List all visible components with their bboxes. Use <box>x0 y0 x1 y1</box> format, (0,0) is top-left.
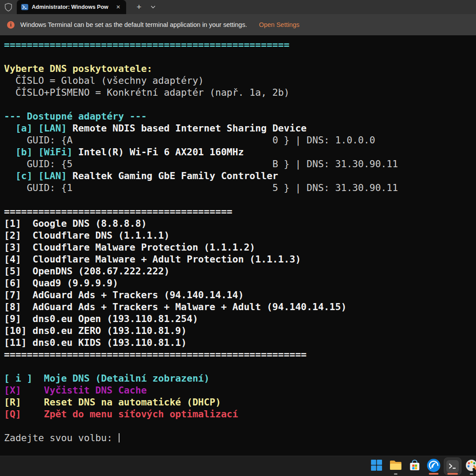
open-settings-link[interactable]: Open Settings <box>259 21 300 28</box>
terminal-line: [2] Cloudflare DNS (1.1.1.1) <box>4 229 476 241</box>
terminal-icon <box>446 460 459 472</box>
powershell-icon <box>21 4 28 11</box>
taskbar <box>0 456 476 476</box>
terminal-tab[interactable]: Administrator: Windows Pow ✕ <box>17 0 126 14</box>
file-explorer-button[interactable] <box>386 456 405 476</box>
terminal-line: [c] [LAN] Realtek Gaming GbE Family Cont… <box>4 170 476 182</box>
terminal-line: [5] OpenDNS (208.67.222.222) <box>4 265 476 277</box>
terminal-line: ========================================… <box>4 349 476 360</box>
start-button[interactable] <box>367 456 386 476</box>
terminal-line: [X] Vyčistit DNS Cache <box>4 384 476 396</box>
desktop: Administrator: Windows Pow ✕ + i Windows… <box>0 0 476 476</box>
active-app-indicator <box>429 473 439 475</box>
terminal-line: [11] dns0.eu KIDS (193.110.81.1) <box>4 337 476 349</box>
windows-logo-icon <box>371 459 382 473</box>
store-bag-icon <box>409 459 421 473</box>
info-icon: i <box>7 21 15 29</box>
taskbar-icons <box>367 456 476 476</box>
terminal-line: ========================================… <box>4 39 476 51</box>
tab-close-icon[interactable]: ✕ <box>114 3 123 11</box>
terminal-line: Zadejte svou volbu: <box>4 432 476 444</box>
terminal-line: [4] Cloudflare Malware + Adult Protectio… <box>4 253 476 265</box>
terminal-line: ČÍSLO = Global (všechny adaptéry) <box>4 75 476 86</box>
folder-icon <box>389 459 402 473</box>
terminal-line: [a] [LAN] Remote NDIS based Internet Sha… <box>4 122 476 134</box>
running-app-indicator <box>470 473 473 475</box>
chevron-down-icon <box>150 3 156 11</box>
microsoft-store-button[interactable] <box>405 456 424 476</box>
terminal-line <box>4 194 476 206</box>
terminal-line: Vyberte DNS poskytovatele: <box>4 63 476 75</box>
terminal-line <box>4 51 476 63</box>
terminal-line: [8] AdGuard Ads + Trackers + Malware + A… <box>4 301 476 313</box>
terminal-line: GUID: {A 0 } | DNS: 1.0.0.0 <box>4 134 476 146</box>
active-app-indicator <box>447 473 458 475</box>
battle-net-icon <box>427 458 441 474</box>
banner-message: Windows Terminal can be set as the defau… <box>20 21 247 28</box>
terminal-line: GUID: {1 5 } | DNS: 31.30.90.11 <box>4 182 476 194</box>
battle-net-button[interactable] <box>424 456 443 476</box>
terminal-line: [9] dns0.eu Open (193.110.81.254) <box>4 313 476 325</box>
active-app-highlight <box>444 457 461 475</box>
terminal-line: [10] dns0.eu ZERO (193.110.81.9) <box>4 325 476 337</box>
terminal-line: [Q] Zpět do menu síťových optimalizací <box>4 408 476 420</box>
terminal-line <box>4 420 476 432</box>
admin-shield-icon <box>0 0 17 14</box>
terminal-line: --- Dostupné adaptéry --- <box>4 110 476 122</box>
text-cursor <box>119 433 120 442</box>
tab-dropdown-button[interactable] <box>146 0 160 14</box>
terminal-line: [1] Google DNS (8.8.8.8) <box>4 217 476 229</box>
default-terminal-banner: i Windows Terminal can be set as the def… <box>0 14 476 35</box>
terminal-line: ČÍSLO+PÍSMENO = Konkrétní adaptér (např.… <box>4 86 476 98</box>
terminal-line <box>4 360 476 372</box>
paint-button[interactable] <box>462 456 476 476</box>
terminal-line <box>4 98 476 110</box>
tab-title: Administrator: Windows Pow <box>32 4 110 10</box>
terminal-line: [b] [WiFi] Intel(R) Wi-Fi 6 AX201 160MHz <box>4 146 476 158</box>
paint-palette-icon <box>465 459 476 474</box>
title-tab-bar: Administrator: Windows Pow ✕ + <box>0 0 476 14</box>
terminal-line: [7] AdGuard Ads + Trackers (94.140.14.14… <box>4 289 476 301</box>
windows-terminal-button[interactable] <box>443 456 462 476</box>
terminal-output[interactable]: ========================================… <box>0 35 476 456</box>
new-tab-button[interactable]: + <box>131 0 146 14</box>
terminal-line: [3] Cloudflare Malware Protection (1.1.1… <box>4 241 476 253</box>
terminal-line: ======================================== <box>4 206 476 217</box>
terminal-line: [R] Reset DNS na automatické (DHCP) <box>4 396 476 408</box>
terminal-line: [ i ] Moje DNS (Detailní zobrazení) <box>4 372 476 384</box>
running-app-indicator <box>394 473 397 475</box>
terminal-line: GUID: {5 B } | DNS: 31.30.90.11 <box>4 158 476 170</box>
terminal-line: [6] Quad9 (9.9.9.9) <box>4 277 476 289</box>
